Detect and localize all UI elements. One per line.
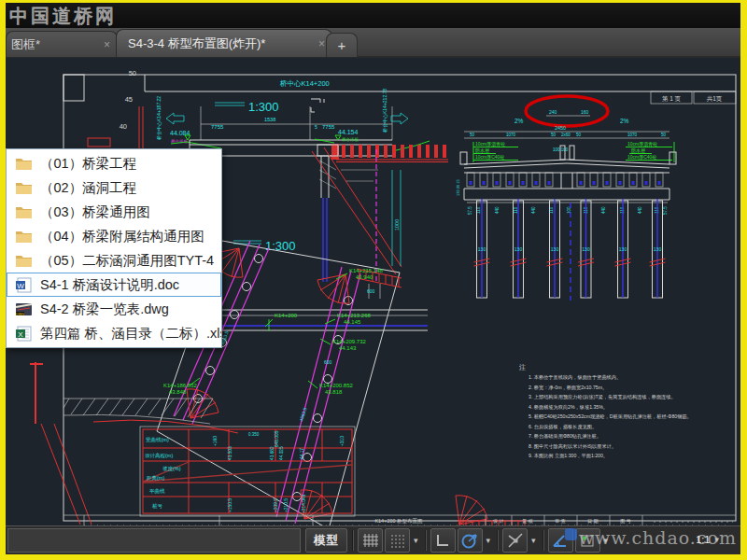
station-label: K14+200 — [275, 313, 298, 318]
pile-dia: 130 — [514, 246, 523, 252]
station-label: K14+213.268 — [337, 313, 372, 318]
page-total: 共1页 — [707, 95, 723, 103]
dim-50: 50 — [661, 133, 667, 137]
dim-440: 440 — [638, 206, 642, 214]
layer2-label: 防水层 — [475, 147, 489, 154]
pile-dia: 130 — [582, 246, 590, 252]
polar-tracking-button[interactable] — [458, 528, 483, 553]
file-item-doc-selected[interactable]: W S4-1 桥涵设计说明.doc — [7, 273, 221, 297]
dim-50: 50 — [470, 133, 475, 137]
snap-grid-button[interactable] — [358, 528, 383, 553]
new-tab-button[interactable]: + — [326, 33, 358, 57]
grid-display-icon — [388, 532, 407, 549]
file-item-dwg[interactable]: DWG S4-2 桥梁一览表.dwg — [7, 297, 221, 321]
annotation-scale-control[interactable]: 1:1 ▾ — [696, 534, 722, 545]
table-value: +150.5 — [228, 498, 233, 512]
close-icon[interactable]: × — [97, 38, 117, 51]
file-item-folder-04[interactable]: （04）桥梁附属结构通用图 — [7, 224, 221, 248]
file-item-folder-05[interactable]: （05）二标涵洞通用图TYT-4 — [7, 248, 221, 273]
dim-1538: 1538 — [264, 117, 275, 122]
model-space-button[interactable]: 模型 — [305, 528, 347, 553]
row-label: 平曲线 — [149, 488, 165, 495]
elev-label: 43.940 — [356, 274, 374, 280]
dropdown-arrow-icon[interactable]: ▾ — [484, 536, 494, 545]
polar-tracking-icon — [459, 531, 480, 550]
dim-5: 5 — [315, 124, 317, 130]
command-line-panel[interactable] — [7, 528, 301, 553]
dim-57-5: 57.5 — [663, 206, 668, 215]
folder-icon — [15, 253, 33, 269]
tab-bridge-layout-active[interactable]: S4-3-4 桥型布置图(炸开)* × — [116, 29, 332, 57]
excel-file-icon: X — [15, 326, 33, 342]
ortho-mode-button[interactable] — [430, 528, 456, 553]
object-snap-button[interactable] — [502, 528, 528, 553]
table-value: +209.5 — [274, 498, 278, 512]
dim-440: 440 — [531, 206, 536, 214]
file-item-folder-01[interactable]: （01）桥梁工程 — [7, 151, 221, 175]
note-line: 3. 上部结构采用预应力砼(后张)T梁，先简支后结构连续，桥面连续。 — [529, 394, 676, 400]
file-item-label: （02）涵洞工程 — [40, 179, 136, 197]
pavement-layers-right: 10cm厚沥青砼 防水层 10cm厚C40砼 — [626, 141, 674, 162]
left-abutment-station: 桥台中心K14+187.22 — [156, 96, 162, 141]
note-line: 4. 桥面横坡为双向2%，纵坡1.35%。 — [529, 404, 608, 411]
drawing-title: K14+200 桥型布置图 — [374, 518, 422, 525]
elev-axis-50: 50 — [129, 69, 136, 77]
snap-grid-icon — [361, 532, 380, 549]
file-item-xls[interactable]: X 第四篇 桥、涵目录（二标）.xls — [7, 321, 221, 345]
dropdown-arrow-icon[interactable]: ▾ — [712, 535, 722, 544]
dim-50: 50 — [551, 133, 557, 137]
right-abutment-structure: 1000 — [312, 145, 402, 282]
file-item-folder-02[interactable]: （02）涵洞工程 — [7, 175, 221, 200]
dim-7755-left: 7755 — [211, 124, 224, 130]
layer1-label: 10cm厚沥青砼 — [475, 141, 505, 147]
dropdown-arrow-icon[interactable]: ▾ — [411, 536, 421, 545]
dim-4563: 4563.5 — [298, 407, 307, 423]
tb-cell: 复 核 — [522, 518, 532, 525]
note-line: 5. 桩帽C40砼250x250x52cm现浇砼，D桩采用钻孔灌注桩，桩径-Φ8… — [529, 413, 692, 420]
elev-label: 43.818 — [325, 389, 343, 395]
right-abutment-station: 桥台中心K14+212.78 — [382, 89, 388, 133]
status-toolbar: 模型 ▾ ▾ ▾ — [301, 526, 740, 554]
table-value: +310 — [340, 436, 345, 446]
separator — [497, 530, 498, 551]
layer2-label: 防水层 — [631, 147, 645, 154]
dropdown-arrow-icon[interactable]: ▾ — [529, 536, 539, 545]
note-line: 9. 本图比例 立面1:300，平面1:200。 — [529, 453, 608, 459]
elev-label: 44.145 — [344, 319, 361, 325]
tab-frame-drawing[interactable]: 图框* × — [6, 31, 118, 57]
ortho-icon — [433, 532, 452, 549]
svg-text:W: W — [17, 281, 24, 289]
pile-dia: 130 — [619, 246, 627, 252]
model-space-canvas[interactable]: 桥中心K14+200 第 1 页 共1页 50 45 40 桥台中心K14+18… — [6, 58, 740, 525]
svg-text:X: X — [18, 329, 23, 338]
dim-110: 110 — [514, 206, 518, 214]
tb-cell: 审 查 — [555, 518, 565, 524]
tab-label: 图框* — [11, 36, 40, 53]
pile-dia: 130 — [551, 246, 559, 252]
right-abutment-elevation: 44.154 — [338, 129, 359, 135]
scale-ratio-value: 1:1 — [696, 534, 710, 545]
side-dims: 130 20 15 — [456, 178, 460, 196]
folder-icon — [15, 204, 33, 220]
separator — [352, 530, 353, 551]
plus-icon: + — [338, 37, 346, 53]
right-slab-label: 桥台搭板 — [342, 137, 359, 142]
drawing-tab-bar: 图框* × S4-3-4 桥型布置图(炸开)* × + — [6, 28, 740, 58]
tab-label: S4-3-4 桥型布置图(炸开)* — [128, 35, 265, 52]
elev-axis-45: 45 — [125, 95, 133, 104]
row-label: 竖曲线(m) — [146, 437, 169, 443]
word-doc-icon: W — [15, 277, 33, 293]
object-snap-icon — [505, 531, 526, 550]
row-label: 坡度(%) — [162, 466, 181, 472]
folder-icon — [15, 229, 33, 245]
note-line: 2. 桥宽：净-0m，桥面宽2x10.75m。 — [529, 385, 607, 391]
general-notes: 注 1. 本桥位于直线段内，纵面位于竖曲线内。 2. 桥宽：净-0m，桥面宽2x… — [519, 363, 692, 459]
file-item-folder-03[interactable]: （03）桥梁通用图 — [7, 200, 221, 224]
crossfall-right: 2% — [620, 118, 629, 124]
guardrail-elevation — [331, 144, 448, 162]
dim-2450: 2450 — [555, 125, 566, 131]
layer1-label: 10cm厚沥青砼 — [627, 141, 657, 147]
station-label: K14+209.732 — [332, 339, 367, 344]
page-number: 第 1 页 — [662, 95, 682, 102]
grid-display-button[interactable] — [385, 528, 410, 553]
